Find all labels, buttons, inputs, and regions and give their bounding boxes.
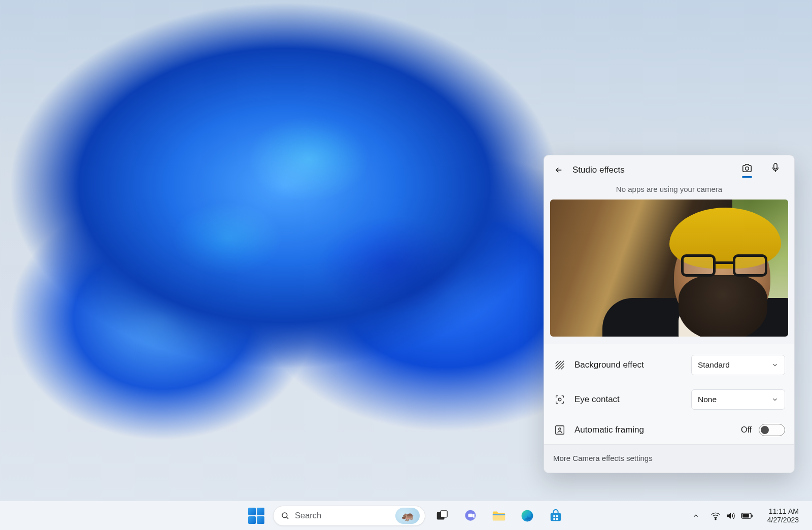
chat-button[interactable] <box>459 504 482 527</box>
system-tray: 11:11 AM 4/27/2023 <box>688 501 803 530</box>
svg-rect-9 <box>468 513 473 517</box>
svg-rect-13 <box>553 515 555 517</box>
quick-settings-button[interactable] <box>706 506 757 526</box>
clock-button[interactable]: 11:11 AM 4/27/2023 <box>760 506 803 526</box>
flyout-tabs <box>739 162 786 178</box>
chevron-down-icon <box>771 361 779 369</box>
svg-rect-7 <box>441 510 447 517</box>
eye-contact-select[interactable]: None <box>691 389 785 410</box>
search-placeholder: Search <box>295 511 390 520</box>
taskbar-search[interactable]: Search 🦛 <box>273 506 425 526</box>
camera-icon <box>741 163 753 173</box>
row-background-effect: Background effect Standard <box>551 348 787 382</box>
svg-rect-15 <box>553 518 555 520</box>
folder-icon <box>492 509 506 522</box>
svg-rect-14 <box>556 515 558 517</box>
automatic-framing-icon <box>553 424 566 436</box>
windows-logo-icon <box>248 508 264 524</box>
volume-icon <box>726 511 736 520</box>
background-effect-label: Background effect <box>574 360 683 370</box>
back-button[interactable] <box>550 161 567 179</box>
camera-status-text: No apps are using your camera <box>544 182 794 200</box>
tray-overflow-button[interactable] <box>688 506 703 526</box>
automatic-framing-label: Automatic framing <box>574 425 733 435</box>
microsoft-store-button[interactable] <box>544 504 567 527</box>
task-view-icon <box>435 509 449 522</box>
search-icon <box>281 511 290 520</box>
automatic-framing-toggle[interactable] <box>759 424 785 436</box>
start-button[interactable] <box>245 504 268 527</box>
background-effect-value: Standard <box>698 360 730 370</box>
svg-point-11 <box>522 510 533 521</box>
background-effect-icon <box>553 359 566 371</box>
svg-point-0 <box>746 167 749 170</box>
wifi-icon <box>710 511 721 520</box>
taskbar: Search 🦛 <box>0 501 812 530</box>
svg-point-5 <box>282 513 287 518</box>
microphone-icon <box>771 162 780 174</box>
camera-preview <box>550 200 788 337</box>
search-highlight-badge[interactable]: 🦛 <box>395 508 420 524</box>
studio-effects-flyout: Studio effects No apps are using your ca… <box>544 155 795 473</box>
file-explorer-button[interactable] <box>487 504 511 527</box>
taskbar-center: Search 🦛 <box>245 504 567 527</box>
clock-date: 4/27/2023 <box>767 516 799 524</box>
svg-point-4 <box>559 428 561 430</box>
effects-controls: Background effect Standard Eye contact N… <box>544 344 794 444</box>
chat-icon <box>463 509 478 523</box>
svg-rect-16 <box>556 518 558 520</box>
eye-contact-icon <box>553 394 566 405</box>
svg-rect-10 <box>493 514 505 515</box>
more-camera-settings-link[interactable]: More Camera effects settings <box>544 444 794 473</box>
store-icon <box>549 509 562 522</box>
automatic-framing-state: Off <box>741 425 752 435</box>
arrow-left-icon <box>554 165 563 175</box>
row-eye-contact: Eye contact None <box>551 382 787 417</box>
svg-rect-12 <box>551 513 561 521</box>
svg-point-2 <box>558 398 561 401</box>
background-effect-select[interactable]: Standard <box>691 355 785 375</box>
row-automatic-framing: Automatic framing Off <box>551 417 787 443</box>
svg-rect-20 <box>742 514 749 517</box>
clock-time: 11:11 AM <box>767 507 799 515</box>
battery-icon <box>741 512 753 520</box>
chevron-down-icon <box>771 396 779 403</box>
eye-contact-label: Eye contact <box>574 394 683 405</box>
flyout-title: Studio effects <box>572 165 734 175</box>
eye-contact-value: None <box>698 395 717 404</box>
svg-rect-1 <box>774 163 777 169</box>
svg-point-17 <box>715 518 716 519</box>
task-view-button[interactable] <box>430 504 454 527</box>
edge-button[interactable] <box>516 504 539 527</box>
tab-microphone[interactable] <box>768 162 783 178</box>
flyout-header: Studio effects <box>544 155 794 182</box>
edge-icon <box>520 509 534 523</box>
tab-camera[interactable] <box>739 163 755 178</box>
chevron-up-icon <box>692 512 699 519</box>
svg-rect-19 <box>752 514 753 516</box>
